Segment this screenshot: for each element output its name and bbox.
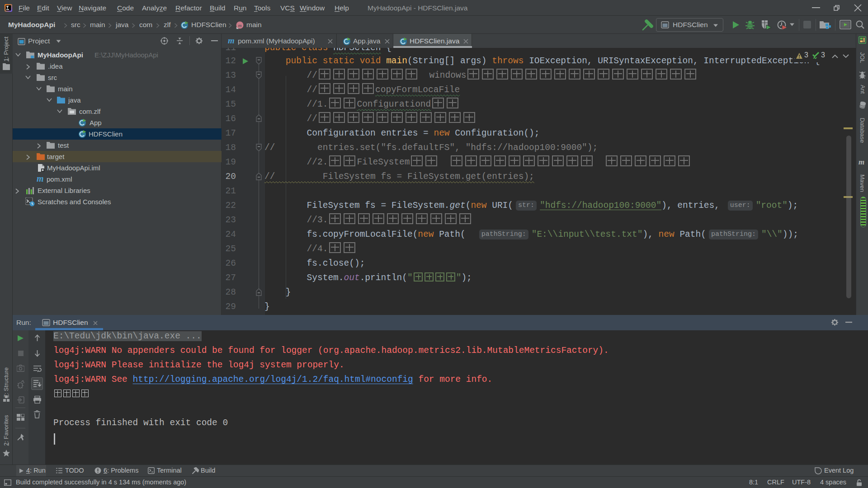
svg-text:m: m [238,23,242,28]
